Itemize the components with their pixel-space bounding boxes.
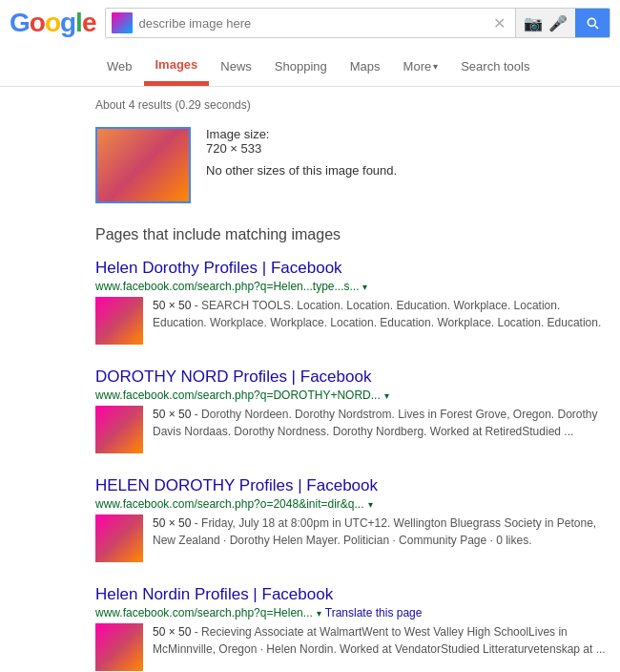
tab-maps[interactable]: Maps: [339, 48, 392, 85]
result-url: www.facebook.com/search.php?o=2048&init=…: [95, 497, 364, 511]
result-url: www.facebook.com/search.php?q=Helen...: [95, 606, 313, 620]
result-body: 50 × 50 - Friday, July 18 at 8:00pm in U…: [95, 514, 607, 562]
nav-tabs: Web Images News Shopping Maps More ▾ Sea…: [0, 46, 620, 87]
result-dropdown-icon[interactable]: ▾: [317, 608, 321, 619]
result-title[interactable]: HELEN DOROTHY Profiles | Facebook: [95, 476, 607, 495]
result-url-row: www.facebook.com/search.php?q=DOROTHY+NO…: [95, 388, 607, 402]
result-thumbnail: [95, 406, 143, 453]
tab-search-tools[interactable]: Search tools: [449, 48, 541, 85]
result-size: 50 × 50: [153, 408, 191, 421]
result-body: 50 × 50 - Dorothy Nordeen. Dorothy Nords…: [95, 406, 607, 453]
search-button[interactable]: [575, 9, 610, 37]
result-item: HELEN DOROTHY Profiles | Facebook www.fa…: [95, 476, 607, 562]
image-info-block: Image size: 720 × 533 No other sizes of …: [95, 127, 607, 203]
chevron-down-icon: ▾: [433, 61, 438, 72]
result-url-row: www.facebook.com/search.php?o=2048&init=…: [95, 497, 607, 511]
result-dropdown-icon[interactable]: ▾: [362, 282, 367, 292]
search-bar: ✕ 📷 🎤: [105, 8, 610, 38]
result-description: 50 × 50 - Recieving Associate at Walmart…: [153, 623, 607, 671]
camera-icon[interactable]: 📷: [524, 14, 543, 32]
results-count: About 4 results (0.29 seconds): [95, 98, 607, 112]
result-dropdown-icon[interactable]: ▾: [384, 390, 389, 401]
search-icons: 📷 🎤: [515, 9, 575, 37]
tab-images[interactable]: Images: [144, 46, 210, 86]
result-thumbnail: [95, 623, 143, 671]
result-thumbnail: [95, 297, 143, 345]
image-preview[interactable]: [95, 127, 191, 203]
google-logo: Google: [10, 8, 95, 38]
result-url-row: www.facebook.com/search.php?q=Helen... ▾…: [95, 606, 607, 620]
result-size: 50 × 50: [153, 625, 191, 639]
result-dropdown-icon[interactable]: ▾: [368, 499, 373, 510]
result-body: 50 × 50 - Recieving Associate at Walmart…: [95, 623, 607, 671]
no-other-sizes: No other sizes of this image found.: [206, 163, 397, 178]
result-size: 50 × 50: [153, 299, 191, 312]
tab-shopping[interactable]: Shopping: [263, 48, 339, 85]
tab-more[interactable]: More ▾: [392, 48, 450, 85]
result-url: www.facebook.com/search.php?q=Helen...ty…: [95, 280, 359, 293]
search-input[interactable]: [138, 16, 484, 31]
result-body: 50 × 50 - SEARCH TOOLS. Location. Locati…: [95, 297, 607, 345]
result-description: 50 × 50 - Friday, July 18 at 8:00pm in U…: [153, 514, 607, 562]
result-size: 50 × 50: [153, 516, 191, 530]
header: Google ✕ 📷 🎤: [0, 0, 620, 46]
result-title[interactable]: Helen Dorothy Profiles | Facebook: [95, 259, 607, 278]
close-icon[interactable]: ✕: [489, 14, 509, 32]
image-size-label: Image size: 720 × 533: [206, 127, 397, 156]
result-thumbnail: [95, 514, 143, 562]
tab-web[interactable]: Web: [95, 48, 144, 85]
result-description: 50 × 50 - Dorothy Nordeen. Dorothy Nords…: [153, 406, 607, 453]
result-description: 50 × 50 - SEARCH TOOLS. Location. Locati…: [153, 297, 607, 345]
main-content: About 4 results (0.29 seconds) Image siz…: [0, 87, 620, 672]
result-url: www.facebook.com/search.php?q=DOROTHY+NO…: [95, 388, 381, 402]
result-url-row: www.facebook.com/search.php?q=Helen...ty…: [95, 280, 607, 293]
image-metadata: Image size: 720 × 533 No other sizes of …: [206, 127, 397, 178]
result-item: Helen Nordin Profiles | Facebook www.fac…: [95, 585, 607, 671]
matching-section-header: Pages that include matching images: [95, 226, 607, 243]
result-item: Helen Dorothy Profiles | Facebook www.fa…: [95, 259, 607, 345]
tab-news[interactable]: News: [209, 48, 263, 85]
translate-link[interactable]: Translate this page: [325, 606, 423, 620]
mic-icon[interactable]: 🎤: [548, 14, 568, 32]
result-title[interactable]: DOROTHY NORD Profiles | Facebook: [95, 368, 607, 387]
search-input-wrapper: ✕: [106, 12, 515, 33]
search-thumbnail: [112, 12, 133, 33]
result-item: DOROTHY NORD Profiles | Facebook www.fac…: [95, 368, 607, 453]
result-title[interactable]: Helen Nordin Profiles | Facebook: [95, 585, 607, 604]
